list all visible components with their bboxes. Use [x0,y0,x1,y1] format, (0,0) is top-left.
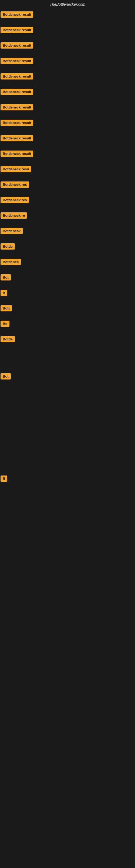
result-row: Bottleneck result [0,86,135,101]
result-row [0,408,135,429]
result-row: Bottleneck re [0,210,135,225]
result-row: Bottleneck result [0,55,135,70]
result-row: Bot [0,272,135,287]
result-row: Bottleneck result [0,101,135,117]
bottleneck-badge: Bottleneck result [1,11,33,18]
bottleneck-badge: B [1,475,7,482]
result-row: Bottleneck res [0,194,135,210]
bottleneck-badge: Bot [1,373,11,379]
result-row: Bottleneck result [0,24,135,40]
result-row: Bo [0,318,135,333]
result-row [0,451,135,473]
result-row [0,386,135,408]
bottleneck-badge: Bottle [1,336,15,342]
result-row: Bottle [0,241,135,256]
result-row: Bottleneck result [0,132,135,148]
bottleneck-badge: B [1,290,7,296]
result-row: Bottleneck result [0,117,135,132]
bottleneck-badge: Bo [1,321,9,327]
result-row [0,349,135,371]
site-title: TheBottlenecker.com [0,0,135,9]
bottleneck-badge: Bottleneck [1,228,23,234]
bottleneck-badge: Bottleneck re [1,212,27,219]
bottleneck-badge: Bottle [1,243,15,250]
bottleneck-badge: Bottleneck resu [1,166,31,172]
bottleneck-badge: Bottlenec [1,259,21,265]
bottleneck-badge: Bott [1,305,12,311]
bottleneck-badge: Bottleneck result [1,73,33,80]
bottleneck-badge: Bottleneck result [1,104,33,111]
result-row: Bottlenec [0,256,135,272]
result-row: Bottleneck result [0,9,135,24]
bottleneck-badge: Bottleneck res [1,197,29,203]
bottleneck-badge: Bottleneck result [1,151,33,157]
result-row: Bott [0,303,135,318]
bottleneck-badge: Bottleneck res [1,182,29,188]
bottleneck-badge: Bottleneck result [1,42,33,49]
bottleneck-badge: Bottleneck result [1,27,33,33]
result-row: Bottleneck [0,225,135,241]
result-row: Bottleneck result [0,40,135,55]
result-row: B [0,287,135,303]
bottleneck-badge: Bottleneck result [1,135,33,141]
bottleneck-badge: Bottleneck result [1,58,33,64]
result-row: Bottleneck res [0,179,135,194]
result-row: Bot [0,371,135,386]
result-row: Bottle [0,333,135,349]
result-row: B [0,473,135,488]
bottleneck-badge: Bot [1,274,11,280]
result-row [0,429,135,451]
result-row: Bottleneck result [0,148,135,163]
bottleneck-badge: Bottleneck result [1,89,33,95]
result-row: Bottleneck resu [0,163,135,179]
bottleneck-badge: Bottleneck result [1,120,33,126]
result-row: Bottleneck result [0,70,135,86]
